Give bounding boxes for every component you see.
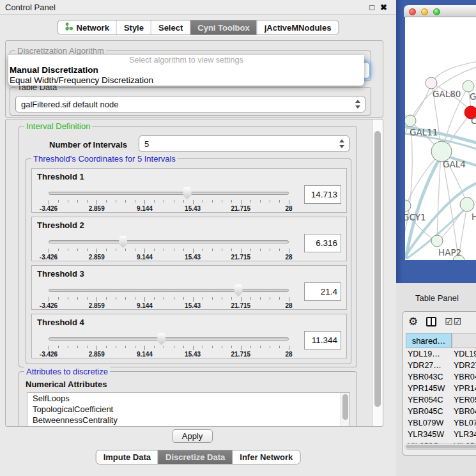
- column-header[interactable]: name: [452, 333, 476, 348]
- numerical-attributes-list[interactable]: SelfLoopsTopologicalCoefficientBetweenne…: [27, 392, 350, 427]
- table-cell[interactable]: YBL079W: [406, 417, 452, 429]
- threshold-value-field[interactable]: 14.713: [304, 185, 341, 204]
- table-data-combobox[interactable]: galFiltered.sif default node: [15, 96, 365, 112]
- minimize-traffic-light-icon[interactable]: [421, 8, 428, 15]
- discretization-algorithm-label: Discretization Algorithm: [15, 46, 106, 56]
- table-cell[interactable]: YER054C: [406, 394, 452, 406]
- tick-mark: [49, 249, 49, 253]
- checkbox-pair-icon[interactable]: ☑☑: [445, 317, 462, 326]
- gear-icon[interactable]: ⚙: [408, 316, 418, 327]
- threshold-value-field[interactable]: 6.316: [304, 234, 341, 252]
- attribute-list-item[interactable]: TopologicalCoefficient: [27, 404, 349, 415]
- algorithm-option[interactable]: Manual Discretization: [8, 65, 364, 75]
- slider-track[interactable]: [49, 240, 289, 243]
- number-of-intervals-combobox[interactable]: 5: [139, 135, 349, 152]
- tick-mark: [106, 297, 107, 300]
- network-graph[interactable]: GAL80GALCGAL11GAL4GCY1HHAP2: [405, 17, 476, 260]
- slider-track[interactable]: [49, 289, 289, 292]
- attribute-list-item[interactable]: BetweennessCentrality: [27, 415, 349, 426]
- table-cell[interactable]: YDL19…: [406, 348, 452, 360]
- tick-mark: [106, 200, 107, 203]
- table-row[interactable]: YBL079WYBL079W: [406, 417, 476, 429]
- threshold-slider[interactable]: -3.4262.8599.14415.4321.71528: [49, 332, 289, 355]
- tab-jactivemnodules[interactable]: jActiveMNodules: [257, 20, 339, 35]
- scrollbar-thumb[interactable]: [342, 394, 348, 420]
- network-window-titlebar[interactable]: [404, 5, 476, 17]
- table-cell[interactable]: YER054C: [452, 394, 476, 406]
- threshold-slider[interactable]: -3.4262.8599.14415.4321.71528: [49, 235, 289, 258]
- table-row[interactable]: YPR145WYPR145W: [406, 383, 476, 394]
- attribute-list-item[interactable]: SelfLoops: [27, 393, 349, 404]
- network-canvas[interactable]: GAL80GALCGAL11GAL4GCY1HHAP2: [405, 17, 476, 260]
- table-cell[interactable]: YPR145W: [406, 383, 452, 394]
- network-node-label: H: [472, 211, 476, 222]
- network-edge[interactable]: [413, 84, 431, 119]
- table-toolbar: ⚙ ☑☑: [403, 312, 476, 331]
- settings-scrollbar[interactable]: [372, 119, 383, 426]
- network-node[interactable]: [460, 197, 474, 211]
- table-row[interactable]: YDL19…YDL19: [406, 348, 476, 360]
- tick-mark: [68, 249, 68, 251]
- network-node[interactable]: [431, 235, 443, 247]
- network-node[interactable]: [426, 77, 437, 89]
- table-cell[interactable]: YDR27…: [406, 360, 452, 371]
- tick-mark: [144, 249, 145, 253]
- column-layout-icon[interactable]: [426, 317, 436, 326]
- table-cell[interactable]: YLR345W: [452, 429, 476, 440]
- slider-thumb[interactable]: [233, 284, 243, 296]
- tick-mark: [203, 346, 203, 348]
- table-cell[interactable]: YLR345W: [406, 429, 452, 440]
- threshold-value-field[interactable]: 11.344: [304, 331, 341, 349]
- float-icon[interactable]: □: [369, 3, 374, 12]
- table-cell[interactable]: YDR27: [452, 360, 476, 371]
- attributes-scrollbar[interactable]: [341, 393, 349, 427]
- table-cell[interactable]: YBR045C: [406, 406, 452, 417]
- table-cell[interactable]: YBR045C: [452, 406, 476, 417]
- scrollbar-thumb[interactable]: [406, 445, 476, 449]
- scrollbar-thumb[interactable]: [374, 131, 381, 407]
- table-row[interactable]: YBR045CYBR045C: [406, 406, 476, 417]
- table-row[interactable]: YER054CYER054C: [406, 394, 476, 406]
- table-row[interactable]: YDR27…YDR27: [406, 360, 476, 371]
- zoom-traffic-light-icon[interactable]: [433, 8, 440, 15]
- tick-label: 2.859: [89, 302, 105, 309]
- tab-impute-data[interactable]: Impute Data: [96, 450, 158, 464]
- tab-select[interactable]: Select: [151, 20, 190, 35]
- threshold-slider[interactable]: -3.4262.8599.14415.4321.71528: [49, 284, 289, 307]
- tick-mark: [116, 249, 116, 251]
- table-cell[interactable]: YPR145W: [452, 383, 476, 394]
- tab-network[interactable]: Network: [58, 20, 116, 35]
- slider-thumb[interactable]: [118, 236, 128, 248]
- slider-thumb[interactable]: [157, 333, 167, 345]
- table-horizontal-scrollbar[interactable]: [404, 443, 476, 450]
- close-icon[interactable]: ✖: [380, 3, 387, 12]
- table-row[interactable]: YBR043CYBR043C: [406, 371, 476, 383]
- apply-button[interactable]: Apply: [172, 429, 213, 443]
- threshold-value-field[interactable]: 21.4: [304, 282, 341, 301]
- interval-definition-group: Interval Definition Number of Intervals …: [19, 126, 357, 367]
- network-node[interactable]: [405, 115, 416, 127]
- tick-mark: [250, 200, 251, 203]
- algorithm-option[interactable]: Equal Width/Frequency Discretization: [8, 75, 364, 86]
- slider-track[interactable]: [49, 192, 289, 195]
- network-node-label: GAL11: [410, 127, 438, 137]
- network-node[interactable]: [463, 81, 474, 92]
- network-edge[interactable]: [437, 153, 441, 239]
- tab-cyni-toolbox[interactable]: Cyni Toolbox: [190, 20, 256, 35]
- table-cell[interactable]: YBL079W: [452, 417, 476, 429]
- slider-thumb[interactable]: [182, 187, 192, 199]
- tab-infer-network[interactable]: Infer Network: [232, 450, 300, 464]
- tab-style[interactable]: Style: [116, 20, 151, 35]
- network-edge[interactable]: [432, 61, 476, 82]
- close-traffic-light-icon[interactable]: [409, 8, 416, 15]
- threshold-slider[interactable]: -3.4262.8599.14415.4321.71528: [49, 187, 289, 210]
- table-row[interactable]: YLR345WYLR345W: [406, 429, 476, 440]
- table-cell[interactable]: YDL19: [452, 348, 476, 360]
- tab-discretize-data[interactable]: Discretize Data: [158, 450, 232, 464]
- column-header[interactable]: shared…: [406, 333, 452, 348]
- table-cell[interactable]: YBR043C: [452, 371, 476, 383]
- tick-mark: [87, 200, 88, 203]
- table-cell[interactable]: YBR043C: [406, 371, 452, 383]
- slider-track[interactable]: [49, 337, 289, 341]
- algorithm-placeholder-option[interactable]: Select algorithm to view settings: [8, 55, 364, 65]
